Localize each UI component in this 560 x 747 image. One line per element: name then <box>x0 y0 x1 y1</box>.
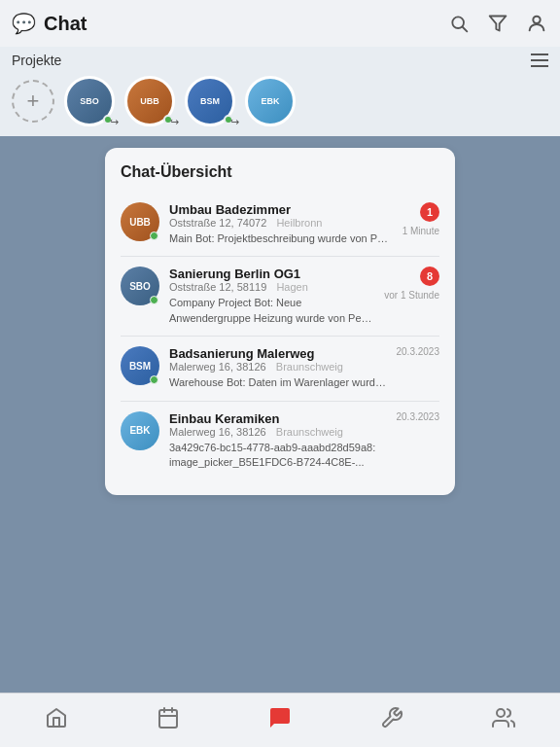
chat-time: 20.3.2023 <box>397 346 440 357</box>
nav-team[interactable] <box>448 694 560 747</box>
project-avatar-sbo[interactable]: SBO ↪ <box>64 76 115 126</box>
chat-item-message: Company Project Bot: Neue Anwendergruppe… <box>169 296 374 326</box>
projekte-label: Projekte <box>12 53 61 68</box>
chat-item-content-ubb: Umbau Badezimmer Oststraße 12, 74072 Hei… <box>169 202 393 246</box>
home-icon <box>45 706 68 735</box>
svg-marker-2 <box>490 17 507 31</box>
chat-time: 20.3.2023 <box>397 411 440 422</box>
chat-item-content-sbo: Sanierung Berlin OG1 Oststraße 12, 58119… <box>169 267 374 326</box>
chat-item-right-bsm: 20.3.2023 <box>397 346 440 357</box>
hamburger-menu[interactable] <box>531 53 548 67</box>
header-actions <box>447 12 548 35</box>
filter-icon[interactable] <box>486 12 509 35</box>
chat-avatar-bsm: BSM <box>121 346 159 385</box>
chat-item-message: Warehouse Bot: Daten im Warenlager wurde… <box>169 375 387 390</box>
calendar-icon <box>157 706 180 735</box>
forward-icon: ↪ <box>230 116 239 128</box>
app-title: Chat <box>44 13 87 35</box>
chat-item-address: Malerweg 16, 38126 Braunschweig <box>169 426 387 438</box>
chat-time: 1 Minute <box>402 226 439 236</box>
chat-item-address: Oststraße 12, 58119 Hagen <box>169 281 374 293</box>
online-dot <box>150 296 158 304</box>
account-icon[interactable] <box>525 12 548 35</box>
unread-badge: 1 <box>420 202 439 222</box>
nav-calendar[interactable] <box>112 694 224 747</box>
team-icon <box>492 706 515 735</box>
chat-item-content-ebk: Einbau Keramiken Malerweg 16, 38126 Brau… <box>169 411 387 471</box>
svg-point-8 <box>497 709 505 717</box>
chat-item-right-sbo: 8 vor 1 Stunde <box>384 267 439 301</box>
svg-line-1 <box>463 27 468 32</box>
chat-item-right-ebk: 20.3.2023 <box>397 411 440 422</box>
chat-item-name: Sanierung Berlin OG1 <box>169 267 374 281</box>
chat-item-bsm[interactable]: BSM Badsanierung Malerweg Malerweg 16, 3… <box>121 337 439 401</box>
online-dot <box>150 231 158 240</box>
chat-item-message: 3a429c76-bc15-4778-aab9-aaabd28d59a8: im… <box>169 441 387 471</box>
chat-item-ubb[interactable]: UBB Umbau Badezimmer Oststraße 12, 74072… <box>121 193 439 257</box>
chat-nav-icon <box>268 706 292 735</box>
svg-point-3 <box>533 17 540 23</box>
bottom-navigation <box>0 693 560 747</box>
forward-icon: ↪ <box>110 116 119 128</box>
chat-item-address: Malerweg 16, 38126 Braunschweig <box>169 361 387 373</box>
chat-time: vor 1 Stunde <box>384 290 439 301</box>
forward-icon: ↪ <box>170 116 179 128</box>
chat-item-content-bsm: Badsanierung Malerweg Malerweg 16, 38126… <box>169 346 387 390</box>
unread-badge: 8 <box>420 267 439 286</box>
app-header: 💬 Chat <box>0 0 560 47</box>
add-project-button[interactable]: + <box>12 80 54 123</box>
chat-item-name: Umbau Badezimmer <box>169 202 393 217</box>
chat-avatar-ebk: EBK <box>121 411 159 450</box>
nav-home[interactable] <box>0 694 112 747</box>
chat-item-address: Oststraße 12, 74072 Heilbronn <box>169 217 393 229</box>
chat-item-right-ubb: 1 1 Minute <box>402 202 439 236</box>
project-avatar-ubb[interactable]: UBB ↪ <box>124 76 175 126</box>
nav-chat[interactable] <box>224 694 335 747</box>
chat-item-name: Badsanierung Malerweg <box>169 346 387 361</box>
chat-item-name: Einbau Keramiken <box>169 411 387 426</box>
chat-item-ebk[interactable]: EBK Einbau Keramiken Malerweg 16, 38126 … <box>121 402 439 480</box>
projekte-bar: Projekte <box>0 47 560 70</box>
tools-icon <box>380 706 403 735</box>
projects-row: + SBO ↪ UBB ↪ BSM ↪ EBK <box>0 70 560 136</box>
chat-panel-title: Chat-Übersicht <box>121 163 439 181</box>
svg-rect-4 <box>159 710 177 728</box>
chat-avatar-sbo: SBO <box>121 267 159 305</box>
online-dot <box>150 375 158 384</box>
project-avatar-bsm[interactable]: BSM ↪ <box>185 76 235 126</box>
header-left: 💬 Chat <box>12 12 87 35</box>
nav-tools[interactable] <box>336 694 448 747</box>
chat-item-message: Main Bot: Projektbeschreibung wurde von … <box>169 231 393 246</box>
chat-item-sbo[interactable]: SBO Sanierung Berlin OG1 Oststraße 12, 5… <box>121 257 439 337</box>
project-avatar-ebk[interactable]: EBK <box>245 76 296 126</box>
chat-header-icon: 💬 <box>12 12 36 35</box>
chat-avatar-ubb: UBB <box>121 202 159 241</box>
chat-overview-panel: Chat-Übersicht UBB Umbau Badezimmer Osts… <box>105 148 455 495</box>
search-icon[interactable] <box>447 12 471 35</box>
